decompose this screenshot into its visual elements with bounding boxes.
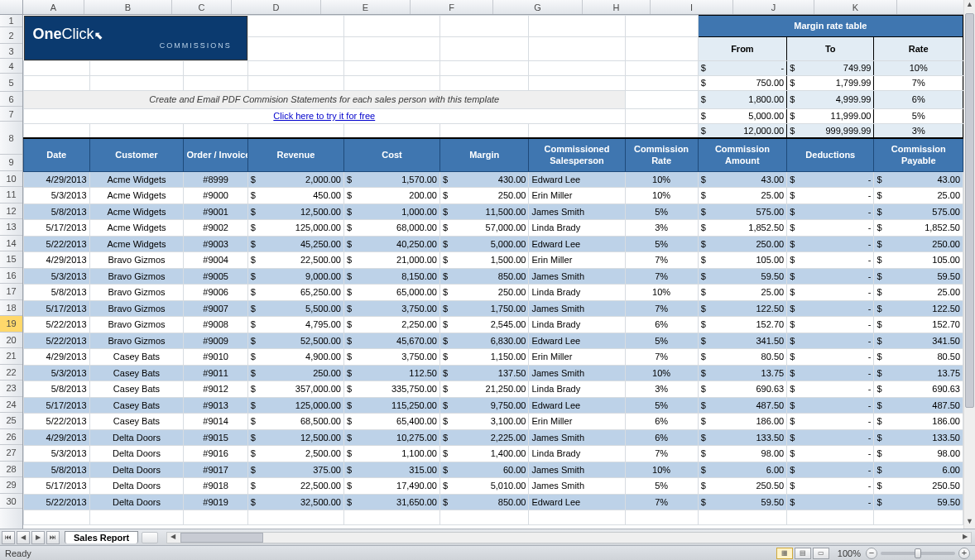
cell-amount[interactable]: $341.50 — [698, 333, 786, 349]
margin-header-to[interactable]: To — [787, 36, 874, 60]
data-header[interactable]: Cost — [343, 138, 439, 171]
scroll-down-arrow[interactable]: ▼ — [964, 517, 975, 529]
margin-from[interactable]: $12,000.00 — [698, 123, 786, 138]
cell-revenue[interactable]: $5,500.00 — [247, 300, 343, 317]
cell-salesperson[interactable]: Linda Brady — [529, 381, 625, 398]
row-header-27[interactable]: 27 — [0, 445, 22, 462]
cell-invoice[interactable]: #9012 — [184, 381, 247, 398]
row-header-9[interactable]: 9 — [0, 155, 22, 171]
cell-salesperson[interactable]: Linda Brady — [529, 317, 625, 333]
cell-payable[interactable]: $186.00 — [874, 414, 963, 430]
cell-cost[interactable]: $45,670.00 — [343, 333, 439, 349]
zoom-out-icon[interactable]: − — [866, 548, 877, 559]
cell-customer[interactable]: Delta Doors — [89, 494, 184, 510]
cell-rate[interactable]: 6% — [625, 414, 698, 430]
cell-amount[interactable]: $105.00 — [698, 252, 786, 269]
cell-margin[interactable]: $6,830.00 — [439, 333, 528, 349]
margin-to[interactable]: $749.99 — [787, 60, 874, 75]
cell-salesperson[interactable]: Erin Miller — [529, 349, 625, 366]
row-header-26[interactable]: 26 — [0, 429, 22, 446]
insert-sheet-icon[interactable] — [142, 532, 158, 543]
normal-view-icon[interactable]: ▦ — [776, 548, 793, 559]
cell-customer[interactable]: Acme Widgets — [89, 220, 184, 237]
cell[interactable] — [343, 510, 439, 525]
cell-cost[interactable]: $1,570.00 — [343, 171, 439, 188]
cell-cost[interactable]: $8,150.00 — [343, 268, 439, 285]
cell[interactable] — [439, 123, 528, 138]
cell-deductions[interactable]: $- — [787, 478, 874, 495]
cell-deductions[interactable]: $- — [787, 268, 874, 285]
cell[interactable] — [247, 36, 343, 60]
cell-payable[interactable]: $122.50 — [874, 300, 963, 317]
cell-payable[interactable]: $152.70 — [874, 317, 963, 333]
cell-cost[interactable]: $1,000.00 — [343, 203, 439, 220]
cell-customer[interactable]: Bravo Gizmos — [89, 268, 184, 285]
cell-deductions[interactable]: $- — [787, 252, 874, 269]
cell-deductions[interactable]: $- — [787, 300, 874, 317]
cell-rate[interactable]: 7% — [625, 494, 698, 510]
margin-rate[interactable]: 5% — [874, 108, 963, 123]
cell-margin[interactable]: $60.00 — [439, 462, 528, 478]
cell[interactable] — [439, 60, 528, 75]
cell-revenue[interactable]: $12,500.00 — [247, 203, 343, 220]
cell-customer[interactable]: Bravo Gizmos — [89, 300, 184, 317]
cell-rate[interactable]: 10% — [625, 171, 698, 188]
cell-customer[interactable]: Acme Widgets — [89, 203, 184, 220]
cell-deductions[interactable]: $- — [787, 220, 874, 237]
cell-deductions[interactable]: $- — [787, 414, 874, 430]
cell-payable[interactable]: $6.00 — [874, 462, 963, 478]
cell-amount[interactable]: $13.75 — [698, 365, 786, 381]
row-header-21[interactable]: 21 — [0, 348, 22, 365]
cell-salesperson[interactable]: James Smith — [529, 462, 625, 478]
row-header-28[interactable]: 28 — [0, 462, 22, 478]
cell-cost[interactable]: $68,000.00 — [343, 220, 439, 237]
cell-salesperson[interactable]: Edward Lee — [529, 236, 625, 252]
cell-payable[interactable]: $59.50 — [874, 268, 963, 285]
cell-amount[interactable]: $98.00 — [698, 446, 786, 462]
data-header[interactable]: Order / Invoice # — [184, 138, 247, 171]
cell-rate[interactable]: 5% — [625, 397, 698, 414]
cell-payable[interactable]: $575.00 — [874, 203, 963, 220]
cell-rate[interactable]: 5% — [625, 478, 698, 495]
cell-rate[interactable]: 7% — [625, 349, 698, 366]
cell-margin[interactable]: $250.00 — [439, 188, 528, 204]
cell-cost[interactable]: $335,750.00 — [343, 381, 439, 398]
cell-revenue[interactable]: $32,500.00 — [247, 494, 343, 510]
horizontal-scroll-thumb[interactable] — [180, 533, 263, 543]
row-header-3[interactable]: 3 — [0, 44, 22, 59]
cell-revenue[interactable]: $375.00 — [247, 462, 343, 478]
cell-date[interactable]: 5/22/2013 — [24, 333, 90, 349]
cell-margin[interactable]: $1,150.00 — [439, 349, 528, 366]
cell-payable[interactable]: $133.50 — [874, 429, 963, 446]
cell-salesperson[interactable]: James Smith — [529, 300, 625, 317]
cell-cost[interactable]: $65,400.00 — [343, 414, 439, 430]
cell-cost[interactable]: $2,250.00 — [343, 317, 439, 333]
margin-from[interactable]: $5,000.00 — [698, 108, 786, 123]
cell-margin[interactable]: $21,250.00 — [439, 381, 528, 398]
cell-rate[interactable]: 6% — [625, 429, 698, 446]
cell[interactable] — [439, 16, 528, 37]
cell-cost[interactable]: $10,275.00 — [343, 429, 439, 446]
cell-margin[interactable]: $1,500.00 — [439, 252, 528, 269]
cell-payable[interactable]: $250.50 — [874, 478, 963, 495]
cell-date[interactable]: 5/22/2013 — [24, 236, 90, 252]
cell-margin[interactable]: $850.00 — [439, 268, 528, 285]
row-header-20[interactable]: 20 — [0, 333, 22, 349]
cell[interactable] — [89, 123, 184, 138]
cell[interactable] — [247, 16, 343, 37]
tab-next-icon[interactable]: ▶ — [31, 531, 45, 544]
row-header-23[interactable]: 23 — [0, 381, 22, 397]
cell[interactable] — [89, 510, 184, 525]
cell[interactable] — [247, 123, 343, 138]
cell-customer[interactable]: Acme Widgets — [89, 236, 184, 252]
row-header-16[interactable]: 16 — [0, 268, 22, 285]
row-header-30[interactable]: 30 — [0, 494, 22, 509]
cell[interactable] — [247, 60, 343, 75]
cell[interactable] — [184, 510, 247, 525]
cell-date[interactable]: 5/22/2013 — [24, 494, 90, 510]
cell-deductions[interactable]: $- — [787, 203, 874, 220]
cell-payable[interactable]: $341.50 — [874, 333, 963, 349]
cell-invoice[interactable]: #9017 — [184, 462, 247, 478]
page-break-view-icon[interactable]: ▭ — [813, 548, 829, 559]
row-header-4[interactable]: 4 — [0, 59, 22, 74]
